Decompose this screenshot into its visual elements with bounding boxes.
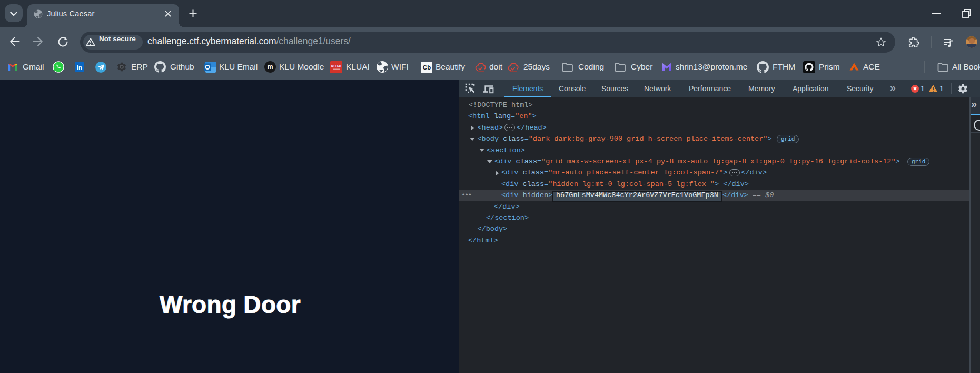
svg-text:Cb: Cb <box>423 64 431 71</box>
svg-text:KLUAI: KLUAI <box>331 64 341 68</box>
svg-text:m: m <box>267 63 273 71</box>
svg-text:in: in <box>77 64 82 71</box>
